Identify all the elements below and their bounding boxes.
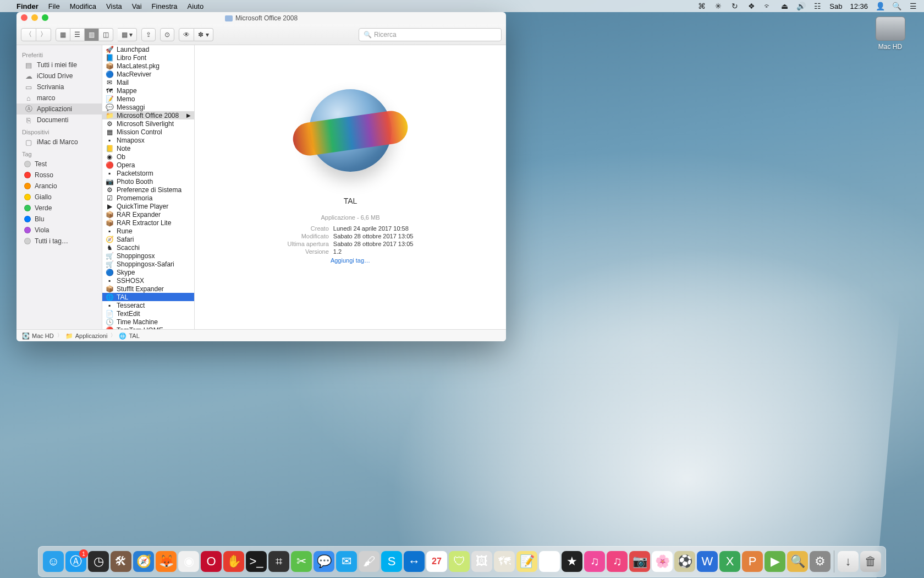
sidebar-item[interactable]: ▢iMac di Marco [16,137,102,148]
sidebar-item[interactable]: Tutti i tag… [16,236,102,247]
dock-terminal[interactable]: >_ [246,551,267,572]
sidebar-item[interactable]: Verde [16,203,102,214]
dock-opera[interactable]: O [201,551,222,572]
file-row[interactable]: 📦StuffIt Expander [102,285,194,293]
forward-button[interactable]: 〉 [36,28,51,41]
dock-green[interactable]: ▶ [765,551,785,572]
dock-messages[interactable]: 💬 [314,551,334,572]
action-button[interactable]: ✽ ▾ [194,28,213,41]
file-row[interactable]: ⚙Microsoft Silverlight [102,119,194,128]
file-row[interactable]: 📘Libro Font [102,53,194,62]
file-row[interactable]: ▪Nmaposx [102,136,194,144]
dock-mail[interactable]: ✉ [336,551,357,572]
file-row[interactable]: ☑Promemoria [102,194,194,202]
dock-search[interactable]: 🔍 [787,551,808,572]
status-date-icon[interactable]: ☷ [813,2,822,10]
file-row[interactable]: ▪Tesseract [102,301,194,309]
dock-photobooth[interactable]: 📷 [629,551,650,572]
sidebar-item[interactable]: ⌂marco [16,92,102,103]
menu-file[interactable]: File [48,2,60,10]
dock-sshosx[interactable]: ✂ [291,551,312,572]
status-timemachine-icon[interactable]: ↻ [730,2,739,10]
file-row[interactable]: 📷Photo Booth [102,177,194,186]
dock-itunes2[interactable]: ♫ [607,551,628,572]
status-icon-2[interactable]: ✳ [714,2,723,10]
path-segment[interactable]: 🌐TAL [119,332,139,339]
file-row[interactable]: ▶QuickTime Player [102,202,194,210]
view-icons-button[interactable]: ▦ [56,28,70,41]
file-row[interactable]: 📄TextEdit [102,309,194,318]
file-row[interactable]: 🧭Safari [102,235,194,243]
file-row[interactable]: 🛒Shoppingosx [102,252,194,260]
dock-calendar[interactable]: 27 [426,551,447,572]
status-eject-icon[interactable]: ⏏ [780,2,789,10]
file-row[interactable]: ✉Mail [102,78,194,86]
file-row[interactable]: 📦RAR Expander [102,210,194,219]
file-row[interactable]: 📦RAR Extractor Lite [102,219,194,227]
dock-maps[interactable]: 🗺 [494,551,515,572]
view-columns-button[interactable]: ▥ [85,28,99,41]
dock-calc[interactable]: ⌗ [268,551,289,572]
dock-powerpoint[interactable]: P [742,551,763,572]
maximize-button[interactable] [42,14,48,21]
dock-notes[interactable]: 📝 [516,551,537,572]
share-button[interactable]: ⇪ [141,28,156,41]
file-row[interactable]: ♞Scacchi [102,243,194,252]
file-row[interactable]: 📒Note [102,144,194,152]
status-wifi-icon[interactable]: ᯤ [763,2,772,10]
dock-excel[interactable]: X [719,551,740,572]
close-button[interactable] [21,14,28,21]
file-row[interactable]: 🌐TAL [102,293,194,301]
file-row[interactable]: 🚀Launchpad [102,45,194,53]
file-row[interactable]: 🔵Skype [102,268,194,276]
dock-chrome[interactable]: ◉ [178,551,199,572]
path-segment[interactable]: 📁Applicazioni [65,332,108,339]
file-row[interactable]: 🗺Mappe [102,86,194,95]
status-notifications-icon[interactable]: ☰ [909,2,917,10]
file-row[interactable]: 🔵MacReviver [102,70,194,78]
sidebar-item[interactable]: ▭Scrivania [16,81,102,92]
file-row[interactable]: ⚙Preferenze di Sistema [102,186,194,194]
dock-downloads[interactable]: ↓ [838,551,859,572]
file-row[interactable]: 🕓Time Machine [102,318,194,326]
menu-go[interactable]: Vai [132,2,142,10]
dock-reminders[interactable]: ☑ [539,551,560,572]
dock-activity[interactable]: ◷ [88,551,109,572]
file-row[interactable]: ▪SSHOSX [102,276,194,285]
back-button[interactable]: 〈 [21,28,36,41]
pathbar[interactable]: 💽Mac HD〉📁Applicazioni〉🌐TAL [16,329,506,341]
file-row[interactable]: ◉Ob [102,152,194,161]
dock-preview[interactable]: 🖼 [471,551,492,572]
sidebar-item[interactable]: ⒶApplicazioni [16,103,102,114]
dock-word[interactable]: W [697,551,718,572]
dock-itunes[interactable]: ♫ [584,551,605,572]
search-field[interactable]: 🔍 Ricerca [359,28,502,41]
status-icon-1[interactable]: ⌘ [697,2,706,10]
file-row[interactable]: 💬Messaggi [102,103,194,111]
minimize-button[interactable] [31,14,38,21]
dock-firefox[interactable]: 🦊 [156,551,177,572]
dock-appstore[interactable]: Ⓐ1 [65,551,86,572]
arrange-button[interactable]: ▦ ▾ [118,28,137,41]
view-gallery-button[interactable]: ◫ [99,28,113,41]
status-day[interactable]: Sab [829,2,842,10]
dock-star[interactable]: ★ [562,551,582,572]
desktop-hd[interactable]: Mac HD [870,17,911,51]
file-row[interactable]: 🛒Shoppingosx-Safari [102,260,194,268]
dock-safari[interactable]: 🧭 [133,551,154,572]
status-user-icon[interactable]: 👤 [876,2,884,10]
file-row[interactable]: ▦Mission Control [102,128,194,136]
file-row[interactable]: 🔴Opera [102,161,194,169]
dock-skype[interactable]: S [381,551,402,572]
sidebar-item[interactable]: Blu [16,214,102,225]
path-segment[interactable]: 💽Mac HD [22,332,54,339]
menu-view[interactable]: Vista [106,2,122,10]
dock-brush[interactable]: 🖌 [359,551,380,572]
file-row[interactable]: 📁Microsoft Office 2008▶ [102,111,194,119]
sidebar-item[interactable]: Rosso [16,170,102,181]
app-menu[interactable]: Finder [16,2,38,10]
dock-hand[interactable]: ✋ [223,551,244,572]
dock-finder[interactable]: ☺ [43,551,64,572]
file-row[interactable]: ▪Packetstorm [102,169,194,177]
status-spotlight-icon[interactable]: 🔍 [892,2,901,10]
